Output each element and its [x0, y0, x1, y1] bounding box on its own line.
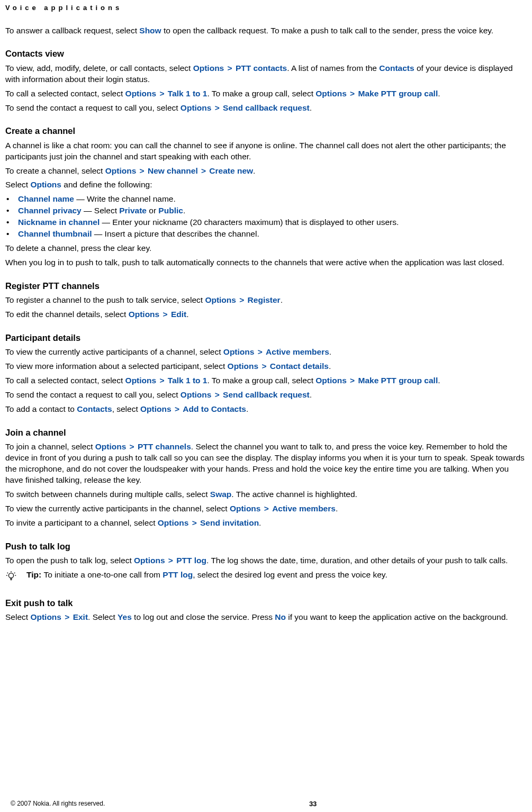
menu-option: Swap [210, 490, 231, 499]
menu-option: Contact details [270, 362, 329, 371]
menu-option: Options [315, 376, 347, 385]
menu-option: Options [105, 166, 137, 175]
separator: > [172, 404, 183, 413]
text: To invite a participant to a channel, se… [5, 518, 158, 527]
paragraph: A channel is like a chat room: you can c… [5, 140, 527, 163]
paragraph: To add a contact to Contacts, select Opt… [5, 404, 527, 415]
menu-option: Options [181, 390, 212, 399]
separator: > [156, 376, 168, 385]
svg-point-0 [8, 573, 13, 578]
text: to log out and close the service. Press [132, 612, 275, 621]
text: or [147, 206, 158, 215]
list-item: Channel name — Write the channel name. [5, 194, 527, 205]
paragraph: To send the contact a request to call yo… [5, 103, 527, 114]
paragraph: To view, add, modify, delete, or call co… [5, 63, 527, 85]
text: To view, add, modify, delete, or call co… [5, 64, 193, 73]
menu-option: Options [125, 89, 157, 98]
menu-option: PTT contacts [236, 64, 287, 73]
svg-line-5 [14, 572, 15, 573]
section-heading: Create a channel [5, 125, 527, 137]
separator: > [159, 310, 171, 319]
paragraph: To send the contact a request to call yo… [5, 390, 527, 401]
section-heading: Register PTT channels [5, 280, 527, 292]
separator: > [136, 166, 148, 175]
paragraph: To edit the channel details, select Opti… [5, 309, 527, 320]
menu-option: Send invitation [200, 518, 259, 527]
text: . [183, 206, 185, 215]
paragraph: When you log in to push to talk, push to… [5, 257, 527, 268]
text: . [329, 362, 331, 371]
section-heading: Push to talk log [5, 540, 527, 552]
paragraph: To call a selected contact, select Optio… [5, 88, 527, 100]
paragraph: To switch between channels during multip… [5, 489, 527, 500]
menu-option: Yes [118, 612, 132, 621]
text: , select the desired log event and press… [193, 570, 387, 579]
menu-option: New channel [148, 166, 198, 175]
menu-option: PTT log [176, 556, 206, 565]
menu-option: Send callback request [223, 103, 310, 112]
text: . [246, 404, 248, 413]
text: To edit the channel details, select [5, 310, 129, 319]
separator: > [211, 103, 223, 112]
menu-option: PTT log [163, 570, 193, 579]
page-number: 33 [309, 799, 317, 809]
text: . Select [88, 612, 118, 621]
text: — Enter your nickname (20 characters max… [100, 218, 399, 227]
menu-option: Make PTT group call [358, 89, 438, 98]
text: Select [5, 612, 30, 621]
separator: > [254, 347, 266, 356]
menu-option: Channel thumbnail [18, 229, 92, 238]
paragraph: To create a channel, select Options > Ne… [5, 166, 527, 177]
menu-option: Contacts [77, 404, 112, 413]
menu-option: Talk 1 to 1 [168, 89, 208, 98]
text: To add a contact to [5, 404, 77, 413]
separator: > [165, 556, 177, 565]
separator: > [236, 295, 248, 304]
text: To join a channel, select [5, 442, 95, 451]
menu-option: Add to Contacts [183, 404, 246, 413]
text: . [336, 504, 338, 513]
section-heading: Join a channel [5, 427, 527, 438]
menu-option: Options [158, 518, 189, 527]
text: . [259, 518, 261, 527]
text: . A list of names from the [287, 64, 379, 73]
paragraph: To answer a callback request, select Sho… [5, 25, 527, 37]
text: To call a selected contact, select [5, 89, 125, 98]
menu-option: Options [223, 347, 255, 356]
paragraph: To view the currently active participant… [5, 347, 527, 358]
menu-option: Show [139, 26, 161, 35]
text: . To make a group call, select [207, 376, 315, 385]
paragraph: To invite a participant to a channel, se… [5, 518, 527, 529]
paragraph: To call a selected contact, select Optio… [5, 375, 527, 386]
text: To call a selected contact, select [5, 376, 125, 385]
text: . To make a group call, select [207, 89, 315, 98]
menu-option: Options [134, 556, 165, 565]
text: To switch between channels during multip… [5, 490, 210, 499]
menu-option: Nickname in channel [18, 218, 100, 227]
menu-option: Channel name [18, 194, 74, 203]
menu-option: Contacts [379, 64, 414, 73]
menu-option: Options [30, 612, 61, 621]
paragraph: To view more information about a selecte… [5, 361, 527, 372]
menu-option: Options [30, 180, 61, 189]
text: . [438, 376, 440, 385]
menu-option: Exit [73, 612, 88, 621]
paragraph: To delete a channel, press the clear key… [5, 243, 527, 254]
text: . [253, 166, 255, 175]
svg-line-4 [7, 572, 8, 573]
text: to open the callback request. To make a … [161, 26, 494, 35]
text: To send the contact a request to call yo… [5, 390, 181, 399]
text: if you want to keep the application acti… [286, 612, 508, 621]
separator: > [258, 362, 270, 371]
text: , select [112, 404, 140, 413]
text: . [310, 103, 312, 112]
menu-option: Channel privacy [18, 206, 82, 215]
page-footer: © 2007 Nokia. All rights reserved. 33 [11, 799, 521, 809]
text: . The log shows the date, time, duration… [206, 556, 508, 565]
menu-option: Talk 1 to 1 [168, 376, 208, 385]
menu-option: Options [129, 310, 160, 319]
menu-option: Options [181, 103, 212, 112]
menu-option: Register [248, 295, 281, 304]
menu-option: Options [95, 442, 127, 451]
menu-option: Options [125, 376, 157, 385]
